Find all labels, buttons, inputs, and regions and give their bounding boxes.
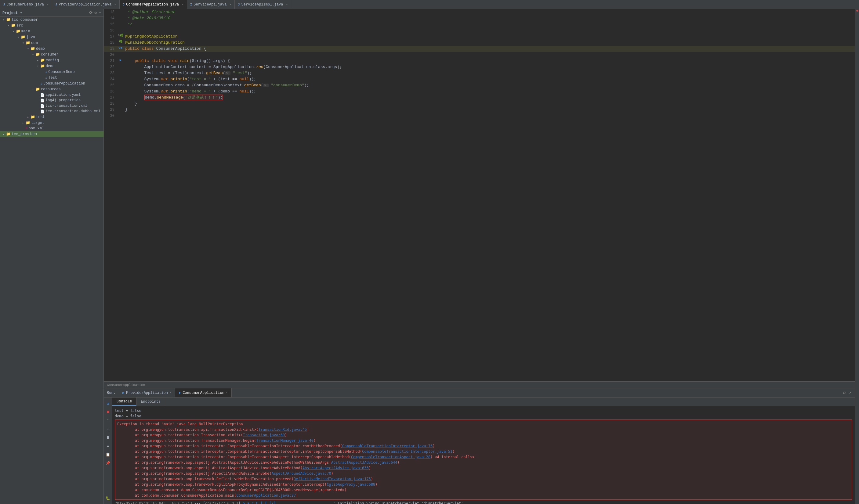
- tree-item-tcc-xml[interactable]: 📄 tcc-transaction.xml: [0, 103, 104, 109]
- tree-item-com[interactable]: ▾ 📁 com: [0, 40, 104, 46]
- tree-item-test-class[interactable]: ☕ Test: [0, 75, 104, 80]
- code-line-16: 16: [104, 28, 855, 33]
- stop-icon[interactable]: ■: [105, 409, 111, 415]
- rerun-icon[interactable]: ↺: [105, 400, 111, 407]
- tree-item-main[interactable]: ▾ 📁 main: [0, 28, 104, 34]
- console-tab-console[interactable]: Console: [112, 398, 136, 406]
- tab-icon: J: [123, 3, 125, 6]
- link-around[interactable]: AspectJAroundAdvice.java:70: [272, 471, 331, 476]
- link-cti-intercept[interactable]: CompensableTransactionInterceptor.java:5…: [362, 449, 452, 454]
- run-tab-provider-close[interactable]: ×: [169, 391, 171, 395]
- tree-item-java[interactable]: ▾ 📁 java: [0, 34, 104, 40]
- bug-icon[interactable]: 🐛: [105, 495, 111, 502]
- tab-label: ServiceApiImpl.java: [241, 2, 283, 7]
- tree-item-demo-pkg[interactable]: ▾ 📁 demo: [0, 46, 104, 51]
- console-line-stack-7: at org.springframework.aop.aspectj.Abstr…: [117, 460, 850, 465]
- tab-close-providerapplication[interactable]: ×: [114, 3, 116, 6]
- tab-close-serviceapiimpl[interactable]: ×: [286, 3, 288, 6]
- pin-icon[interactable]: 📌: [105, 460, 111, 467]
- code-line-17: 17 ⚙🌿 @SpringBootApplication: [104, 33, 855, 40]
- editor-class-name: ConsumerApplication: [107, 383, 145, 387]
- link-consumerapplication-main[interactable]: ConsumerApplication.java:27: [236, 493, 296, 498]
- tab-consumerapplication[interactable]: J ConsumerApplication.java ×: [120, 0, 187, 9]
- tree-item-resources[interactable]: ▾ 📁 resources: [0, 86, 104, 92]
- pom-icon: m: [26, 127, 28, 130]
- tab-serviceapi[interactable]: I ServiceApi.java ×: [187, 0, 235, 9]
- console-line-stack-1: at org.mengyun.tcctransaction.api.Transa…: [117, 427, 850, 432]
- minimize-icon[interactable]: –: [99, 10, 101, 15]
- tab-consumerdemo[interactable]: J ConsumerDemo.java ×: [0, 0, 52, 9]
- error-scroll-indicator: [856, 10, 858, 12]
- link-dispatcher-1[interactable]: o.a.c.C.[.[.[/]: [243, 501, 276, 504]
- sync-icon[interactable]: ⟳: [89, 10, 92, 15]
- run-panel-header: Run: ▶ ProviderApplication × ▶ ConsumerA…: [104, 388, 855, 398]
- tree-item-pom[interactable]: m pom.xml: [0, 126, 104, 131]
- link-cti-root[interactable]: CompensableTransactionInterceptor.java:7…: [342, 444, 433, 448]
- run-icon-provider: ▶: [122, 391, 124, 395]
- run-tab-providerapp[interactable]: ▶ ProviderApplication ×: [119, 388, 175, 397]
- run-tab-consumerapp[interactable]: ▶ ConsumerApplication ×: [175, 388, 232, 397]
- tab-icon: J: [55, 3, 57, 6]
- java-icon: ☕: [45, 70, 47, 74]
- code-line-27: 27 demo.sendMessage("这是测试！！！");: [104, 95, 855, 101]
- settings-icon[interactable]: ⚙: [842, 390, 846, 396]
- console-line-stack-5: at org.mengyun.tcctransaction.intercepto…: [117, 449, 850, 454]
- tree-item-consumerdemo[interactable]: ☕ ConsumerDemo: [0, 69, 104, 75]
- tab-close-serviceapi[interactable]: ×: [229, 3, 231, 6]
- xml-icon: 📄: [40, 104, 45, 108]
- code-line-15: 15 */: [104, 21, 855, 28]
- link-txmanager[interactable]: TransactionManager.java:40: [256, 439, 314, 443]
- tree-item-target[interactable]: ▸ 📁 target: [0, 120, 104, 126]
- link-aaja-args[interactable]: AbstractAspectJAdvice.java:644: [331, 460, 397, 465]
- code-line-13: 13 * @author firstrobot: [104, 9, 855, 15]
- tree-item-tcc-provider[interactable]: ▸ 📁 tcc_provider: [0, 131, 104, 137]
- list-icon[interactable]: 📋: [105, 451, 111, 458]
- tab-serviceapiimpl[interactable]: J ServiceApiImpl.java ×: [235, 0, 291, 9]
- console-tabs: Console Endpoints: [112, 398, 855, 406]
- down-arrow-icon[interactable]: ↓: [105, 426, 111, 432]
- settings-icon[interactable]: ⚙: [94, 10, 97, 15]
- tab-icon: I: [190, 3, 192, 6]
- tree-item-consumer-pkg[interactable]: ▾ 📁 consumer: [0, 51, 104, 57]
- code-line-30: 30: [104, 113, 855, 119]
- console-line-stack-3: at org.mengyun.tcctransaction.Transactio…: [117, 438, 850, 443]
- code-line-19: 19 ⚙ ▶ public class ConsumerApplication …: [104, 46, 855, 52]
- tree-item-tcc-dubbo-xml[interactable]: 📄 tcc-transaction-dubbo.xml: [0, 109, 104, 114]
- yaml-icon: 📄: [40, 93, 45, 97]
- tree-item-consumerapplication-class[interactable]: ☕ ConsumerApplication: [0, 80, 104, 86]
- run-tab-consumer-label: ConsumerApplication: [183, 391, 224, 395]
- link-transaction[interactable]: Transaction.java:60: [243, 433, 285, 437]
- tree-item-test-folder[interactable]: ▸ 📁 test: [0, 114, 104, 120]
- tree-item-log4j-props[interactable]: 📄 log4j.properties: [0, 97, 104, 103]
- filter-icon[interactable]: ≡: [105, 443, 111, 449]
- code-line-25: 25 ConsumerDemo demo = (ConsumerDemo)con…: [104, 82, 855, 89]
- tab-close-consumerdemo[interactable]: ×: [47, 3, 49, 6]
- close-run-panel-icon[interactable]: ×: [848, 390, 853, 396]
- link-rmi[interactable]: ReflectiveMethodInvocation.java:175: [293, 477, 371, 481]
- tree-item-tcc-consumer[interactable]: ▾ 📁 tcc_consumer: [0, 17, 104, 22]
- pause-icon[interactable]: ⏸: [105, 434, 111, 441]
- tab-label: ConsumerApplication.java: [126, 2, 179, 7]
- tree-item-config-pkg[interactable]: ▸ 📁 config: [0, 57, 104, 63]
- tab-providerapplication[interactable]: J ProviderApplication.java ×: [52, 0, 120, 9]
- right-scrollbar-strip: [855, 9, 859, 504]
- link-aaja-method[interactable]: AbstractAspectJAdvice.java:633: [302, 466, 369, 470]
- run-tab-consumer-close[interactable]: ×: [226, 391, 228, 395]
- tab-close-consumerapplication[interactable]: ×: [182, 3, 184, 6]
- code-editor[interactable]: 13 * @author firstrobot 14 * @date 2019/…: [104, 9, 855, 381]
- console-line-stack-4: at org.mengyun.tcctransaction.intercepto…: [117, 443, 850, 449]
- link-cta[interactable]: CompensableTransactionAspect.java:28: [351, 455, 431, 459]
- tree-item-app-yaml[interactable]: 📄 application.yaml: [0, 92, 104, 97]
- tree-item-src[interactable]: ▾ 📁 src: [0, 22, 104, 28]
- tree-item-demo-inner[interactable]: ▾ 📁 demo: [0, 63, 104, 69]
- project-label: Project ▾: [2, 11, 22, 15]
- code-line-23: 23 Test test = (Test)context.getBean(s: …: [104, 70, 855, 76]
- console-tab-endpoints[interactable]: Endpoints: [136, 398, 165, 406]
- tab-bar: J ConsumerDemo.java × J ProviderApplicat…: [0, 0, 859, 9]
- run-panel-body: ↺ ■ ↑ ↓ ⏸ ≡ 📋 📌 🐛 Console: [104, 398, 855, 504]
- console-output[interactable]: test = false demo = false Exception in t…: [112, 406, 855, 504]
- link-transactionxid[interactable]: TransactionXid.java:45: [258, 427, 307, 432]
- link-cglib[interactable]: CglibAopProxy.java:688: [327, 482, 375, 487]
- tab-icon: J: [3, 3, 5, 6]
- up-arrow-icon[interactable]: ↑: [105, 417, 111, 424]
